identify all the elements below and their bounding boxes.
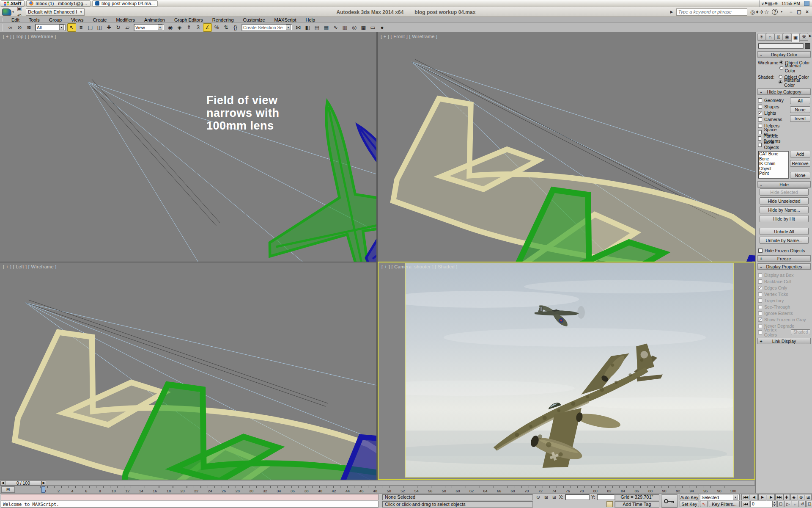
viewport-left[interactable]: [ + ] [ Left ] [ Wireframe ] xyxy=(0,262,376,480)
rollout-header[interactable]: - Display Properties xyxy=(757,263,811,270)
next-frame-arrow[interactable]: ▶ xyxy=(41,480,46,486)
key-mode-toggle[interactable]: |◀◀ xyxy=(741,501,749,507)
next-frame-icon[interactable]: |▶ xyxy=(767,494,775,500)
menu-item[interactable]: Create xyxy=(88,17,111,23)
graphite-ribbon-icon[interactable]: ▦ xyxy=(322,23,331,32)
render-setup-icon[interactable]: ▩ xyxy=(359,23,368,32)
select-and-scale-icon[interactable]: ▱ xyxy=(123,23,132,32)
current-frame-field[interactable]: 0 xyxy=(750,501,772,507)
reference-coordinate-dropdown[interactable]: View▼ xyxy=(134,24,164,31)
rollout-header[interactable]: - Display Color xyxy=(757,51,811,58)
tab-display[interactable]: ▣ xyxy=(791,33,800,42)
display-property-checkbox[interactable]: Ignore Extents xyxy=(758,310,810,316)
snaps-toggle-icon[interactable]: 3 xyxy=(194,23,203,32)
rollout-header[interactable]: - Hide xyxy=(757,181,811,188)
wireframe-material-color-radio[interactable]: Material Color xyxy=(779,65,810,71)
auto-key-button[interactable]: Auto Key xyxy=(680,494,699,500)
infocenter-expand-icon[interactable]: ▶ xyxy=(670,10,673,14)
object-name-field[interactable] xyxy=(758,43,804,49)
hide-action-button[interactable]: Hide Selected xyxy=(760,188,809,196)
play-icon[interactable]: ▶ xyxy=(758,494,766,500)
schematic-view-icon[interactable]: ▥ xyxy=(340,23,349,32)
select-and-manipulate-icon[interactable]: ◈ xyxy=(175,23,184,32)
menu-item[interactable]: Tools xyxy=(24,17,44,23)
select-by-name-icon[interactable]: ≡ xyxy=(77,23,85,32)
mini-curve-editor-button[interactable]: ⊟ xyxy=(1,486,15,493)
rollout-header[interactable]: - Hide by Category xyxy=(757,88,811,95)
task-button-firefox[interactable]: Inbox (1) - mbooty1@g... xyxy=(26,0,91,7)
viewport-label-top[interactable]: [ + ] [ Top ] [ Wireframe ] xyxy=(3,34,56,39)
display-property-checkbox[interactable]: Display as Box xyxy=(758,272,810,278)
edit-named-selection-sets-icon[interactable]: {} xyxy=(231,23,240,32)
previous-frame-icon[interactable]: ◀| xyxy=(750,494,758,500)
bind-to-space-warp-icon[interactable]: ≋ xyxy=(25,23,33,32)
category-button[interactable]: All xyxy=(790,97,810,104)
named-selection-set-field[interactable]: Create Selection Se▼ xyxy=(241,24,292,31)
tab-hierarchy[interactable]: ⊞ xyxy=(774,33,783,41)
task-button-3dsmax[interactable]: blog post workup 04.ma... xyxy=(92,0,158,7)
list-item[interactable]: IK Chain Object xyxy=(759,161,787,171)
list-item[interactable]: Bone xyxy=(759,157,787,162)
rendered-frame-window-icon[interactable]: ▭ xyxy=(368,23,377,32)
display-property-checkbox[interactable]: Show Frozen in Gray xyxy=(758,316,810,323)
rollout-header[interactable]: + Freeze xyxy=(757,255,811,262)
search-binoculars-icon[interactable]: ◎ xyxy=(750,9,755,15)
rectangular-selection-region-icon[interactable]: ▢ xyxy=(86,23,95,32)
workspace-dropdown[interactable]: Default with Enhanced I ▼ xyxy=(26,8,85,16)
object-color-swatch[interactable] xyxy=(805,43,810,49)
select-and-rotate-icon[interactable]: ↻ xyxy=(114,23,123,32)
hide-action-button[interactable]: Hide by Name... xyxy=(760,206,809,213)
display-property-checkbox[interactable]: Backface Cull xyxy=(758,278,810,284)
keyboard-shortcut-override-icon[interactable]: ⇑ xyxy=(184,23,193,32)
menu-item[interactable]: Views xyxy=(66,17,88,23)
category-exclude-list[interactable]: CAT BoneBoneIK Chain ObjectPoint xyxy=(758,151,789,179)
none-button[interactable]: None xyxy=(790,172,810,179)
key-selection-dropdown[interactable]: Selected ▼ xyxy=(700,494,740,500)
communication-center-icon[interactable]: ✈ xyxy=(760,9,764,15)
zoom-all-icon[interactable]: ◈ xyxy=(790,494,797,500)
previous-frame-arrow[interactable]: ◀ xyxy=(0,480,5,486)
viewport-camera[interactable]: [ + ] [ Camera_shooter ] [ Shaded ] xyxy=(378,262,755,480)
percent-snap-toggle-icon[interactable]: % xyxy=(212,23,221,32)
render-production-icon[interactable]: ● xyxy=(378,23,387,32)
zoom-region-icon[interactable]: ⊞ xyxy=(805,494,812,500)
maxscript-mini-listener-macro[interactable] xyxy=(1,494,379,500)
viewport-label-camera[interactable]: [ + ] [ Camera_shooter ] [ Shaded ] xyxy=(381,264,458,269)
display-property-checkbox[interactable]: See-Through xyxy=(758,304,810,310)
orbit-camera-icon[interactable]: ↺ xyxy=(799,501,806,507)
set-keys-button[interactable] xyxy=(661,494,678,508)
spinner-snap-toggle-icon[interactable]: ⇅ xyxy=(222,23,230,32)
selection-filter-dropdown[interactable]: All▼ xyxy=(35,24,66,31)
viewport-front[interactable]: [ + ] [ Front ] [ Wireframe ] xyxy=(378,32,755,262)
display-property-checkbox[interactable]: Edges Only xyxy=(758,284,810,291)
default-in-out-tangent-icon[interactable]: ∿ xyxy=(700,501,708,507)
select-object-icon[interactable]: ↖ xyxy=(67,23,76,32)
hide-action-button[interactable]: Hide Unselected xyxy=(760,197,809,204)
material-editor-icon[interactable]: ◎ xyxy=(350,23,359,32)
add-time-tag[interactable]: Add Time Tag xyxy=(614,501,659,508)
time-slider-handle[interactable]: 0 / 100 xyxy=(5,480,41,486)
zoom-extents-all-icon[interactable]: ⊕ xyxy=(798,494,804,500)
hide-frozen-objects-checkbox[interactable]: Hide Frozen Objects xyxy=(758,247,810,254)
maxscript-mini-listener[interactable]: Welcome to MAXScript. xyxy=(1,501,379,508)
category-checkbox[interactable]: Bone Objects xyxy=(758,141,789,148)
time-tag-icon[interactable] xyxy=(606,501,613,507)
select-and-link-icon[interactable]: ∞ xyxy=(6,23,15,32)
field-of-view-icon[interactable]: ▷ xyxy=(785,501,791,507)
timeline-ruler[interactable]: 0246810121416182022242628303234363840424… xyxy=(40,486,738,494)
tab-modify[interactable]: ∩ xyxy=(766,33,774,41)
add-button[interactable]: Add xyxy=(790,151,810,157)
time-configuration-icon[interactable]: ⊟ xyxy=(777,501,784,507)
menu-item[interactable]: MAXScript xyxy=(270,17,301,23)
updates-icon[interactable]: ⊕ xyxy=(774,1,777,6)
panel-options-icon[interactable]: ▶ xyxy=(809,34,812,38)
clock[interactable]: 11:55 PM xyxy=(780,1,801,6)
time-slider-track[interactable] xyxy=(46,480,755,486)
curve-editor-icon[interactable]: ∿ xyxy=(331,23,340,32)
vertex-colors-checkbox[interactable]: Vertex Colors xyxy=(758,329,790,335)
tab-utilities[interactable]: ⚒ xyxy=(800,33,808,41)
absolute-mode-icon[interactable]: ⊞ xyxy=(551,494,558,500)
hide-action-button[interactable]: Hide by Hit xyxy=(760,215,809,222)
set-key-button[interactable]: Set Key xyxy=(680,501,699,507)
menu-item[interactable]: Graph Editors xyxy=(170,17,208,23)
